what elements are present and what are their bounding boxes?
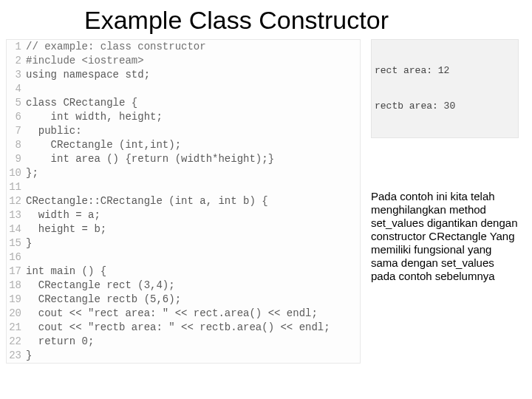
- code-text: #include <iostream>: [26, 54, 360, 68]
- line-number: 13: [7, 208, 26, 222]
- code-line: 5class CRectangle {: [7, 96, 360, 110]
- code-text: }: [26, 236, 360, 250]
- code-text: public:: [26, 124, 360, 138]
- line-number: 8: [7, 138, 26, 152]
- code-line: 17int main () {: [7, 265, 360, 279]
- line-number: 22: [7, 335, 26, 349]
- code-text: }: [26, 349, 360, 363]
- line-number: 19: [7, 293, 26, 307]
- code-text: CRectangle rectb (5,6);: [26, 293, 360, 307]
- code-text: };: [26, 166, 360, 180]
- line-number: 1: [7, 40, 26, 54]
- code-text: height = b;: [26, 222, 360, 236]
- code-line: 18 CRectangle rect (3,4);: [7, 279, 360, 293]
- code-text: CRectangle (int,int);: [26, 138, 360, 152]
- code-line: 8 CRectangle (int,int);: [7, 138, 360, 152]
- code-line: 2#include <iostream>: [7, 54, 360, 68]
- line-number: 18: [7, 279, 26, 293]
- code-text: using namespace std;: [26, 68, 360, 82]
- line-number: 12: [7, 194, 26, 208]
- program-output: rect area: 12 rectb area: 30: [371, 39, 519, 138]
- code-block: 1// example: class constructor2#include …: [6, 39, 361, 364]
- code-line: 16: [7, 250, 360, 265]
- code-text: CRectangle::CRectangle (int a, int b) {: [26, 194, 360, 208]
- content-row: 1// example: class constructor2#include …: [0, 39, 532, 364]
- line-number: 16: [7, 250, 26, 265]
- code-text: [26, 82, 360, 96]
- code-line: 22 return 0;: [7, 335, 360, 349]
- line-number: 7: [7, 124, 26, 138]
- code-line: 12CRectangle::CRectangle (int a, int b) …: [7, 194, 360, 208]
- code-line: 7 public:: [7, 124, 360, 138]
- code-text: // example: class constructor: [26, 40, 360, 54]
- code-line: 14 height = b;: [7, 222, 360, 236]
- code-line: 6 int width, height;: [7, 110, 360, 124]
- side-column: rect area: 12 rectb area: 30 Pada contoh…: [371, 39, 519, 364]
- output-line-2: rectb area: 30: [375, 100, 515, 112]
- line-number: 11: [7, 180, 26, 194]
- code-text: cout << "rect area: " << rect.area() << …: [26, 307, 360, 321]
- line-number: 6: [7, 110, 26, 124]
- line-number: 5: [7, 96, 26, 110]
- line-number: 21: [7, 321, 26, 335]
- slide-title: Example Class Constructor: [0, 6, 532, 35]
- line-number: 17: [7, 265, 26, 279]
- code-line: 11: [7, 180, 360, 194]
- line-number: 4: [7, 82, 26, 96]
- code-text: int width, height;: [26, 110, 360, 124]
- code-line: 4: [7, 82, 360, 96]
- line-number: 20: [7, 307, 26, 321]
- code-line: 10};: [7, 166, 360, 180]
- line-number: 9: [7, 152, 26, 166]
- output-line-1: rect area: 12: [375, 65, 515, 77]
- code-line: 9 int area () {return (width*height);}: [7, 152, 360, 166]
- line-number: 3: [7, 68, 26, 82]
- line-number: 10: [7, 166, 26, 180]
- code-line: 15}: [7, 236, 360, 250]
- line-number: 2: [7, 54, 26, 68]
- code-line: 19 CRectangle rectb (5,6);: [7, 293, 360, 307]
- code-text: cout << "rectb area: " << rectb.area() <…: [26, 321, 360, 335]
- code-line: 20 cout << "rect area: " << rect.area() …: [7, 307, 360, 321]
- code-line: 13 width = a;: [7, 208, 360, 222]
- explanation-text: Pada contoh ini kita telah menghilangkan…: [371, 190, 519, 283]
- code-text: class CRectangle {: [26, 96, 360, 110]
- line-number: 23: [7, 349, 26, 363]
- code-text: int main () {: [26, 265, 360, 279]
- line-number: 15: [7, 236, 26, 250]
- code-line: 1// example: class constructor: [7, 40, 360, 54]
- code-text: [26, 250, 360, 265]
- code-line: 21 cout << "rectb area: " << rectb.area(…: [7, 321, 360, 335]
- code-text: return 0;: [26, 335, 360, 349]
- code-text: int area () {return (width*height);}: [26, 152, 360, 166]
- code-text: [26, 180, 360, 194]
- code-line: 23}: [7, 349, 360, 363]
- code-text: width = a;: [26, 208, 360, 222]
- line-number: 14: [7, 222, 26, 236]
- code-text: CRectangle rect (3,4);: [26, 279, 360, 293]
- code-line: 3using namespace std;: [7, 68, 360, 82]
